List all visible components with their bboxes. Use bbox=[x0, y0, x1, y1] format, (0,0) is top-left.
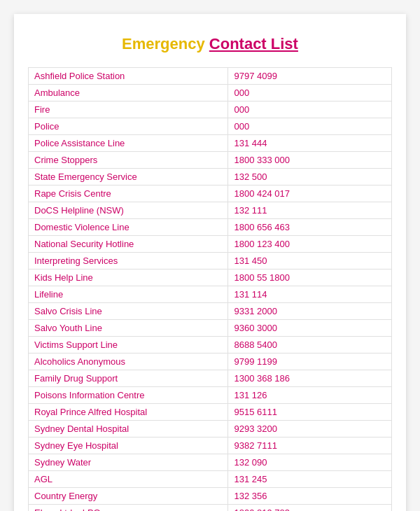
contact-name: Victims Support Line bbox=[29, 337, 228, 354]
contact-name: Rape Crisis Centre bbox=[29, 186, 228, 202]
table-row: Interpreting Services131 450 bbox=[29, 253, 392, 270]
contact-number: 9382 7111 bbox=[228, 438, 392, 454]
contact-number: 1800 656 463 bbox=[228, 219, 392, 236]
table-row: Police Assistance Line131 444 bbox=[29, 135, 392, 152]
contact-number: 000 bbox=[228, 102, 392, 118]
contact-name: Fire bbox=[29, 102, 228, 118]
table-row: National Security Hotline1800 123 400 bbox=[29, 236, 392, 253]
contact-number: 1300 368 186 bbox=[228, 370, 392, 387]
table-row: Salvo Youth Line9360 3000 bbox=[29, 320, 392, 337]
contact-number: 9331 2000 bbox=[228, 303, 392, 320]
table-row: Alcoholics Anonymous9799 1199 bbox=[29, 354, 392, 370]
contact-name: Alcoholics Anonymous bbox=[29, 354, 228, 370]
contact-number: 131 450 bbox=[228, 253, 392, 270]
table-row: Crime Stoppers1800 333 000 bbox=[29, 152, 392, 169]
table-row: Country Energy132 356 bbox=[29, 488, 392, 505]
contact-number: 000 bbox=[228, 118, 392, 135]
contact-name: Country Energy bbox=[29, 488, 228, 505]
table-row: State Emergency Service132 500 bbox=[29, 169, 392, 186]
contact-name: Police bbox=[29, 118, 228, 135]
table-row: Salvo Crisis Line9331 2000 bbox=[29, 303, 392, 320]
contact-number: 131 444 bbox=[228, 135, 392, 152]
table-row: Domestic Violence Line1800 656 463 bbox=[29, 219, 392, 236]
contact-name: Royal Prince Alfred Hospital bbox=[29, 404, 228, 421]
contact-name: Ashfield Police Station bbox=[29, 68, 228, 85]
contact-name: Poisons Information Centre bbox=[29, 387, 228, 404]
contact-number: 9799 1199 bbox=[228, 354, 392, 370]
table-row: Sydney Water132 090 bbox=[29, 454, 392, 471]
contact-number: 9293 3200 bbox=[228, 421, 392, 438]
contact-number: 131 114 bbox=[228, 286, 392, 303]
table-row: AGL131 245 bbox=[29, 471, 392, 488]
table-row: Elgas Ltd – LPG emergency1800 819 783 bbox=[29, 505, 392, 512]
contact-number: 9360 3000 bbox=[228, 320, 392, 337]
page-container: Emergency Contact List Ashfield Police S… bbox=[14, 14, 406, 511]
contact-name: National Security Hotline bbox=[29, 236, 228, 253]
contact-name: Salvo Crisis Line bbox=[29, 303, 228, 320]
contact-number: 9515 6111 bbox=[228, 404, 392, 421]
table-row: Rape Crisis Centre1800 424 017 bbox=[29, 186, 392, 202]
contact-name: Sydney Eye Hospital bbox=[29, 438, 228, 454]
contact-number: 1800 123 400 bbox=[228, 236, 392, 253]
contact-name: Family Drug Support bbox=[29, 370, 228, 387]
contact-name: Sydney Water bbox=[29, 454, 228, 471]
table-row: Poisons Information Centre131 126 bbox=[29, 387, 392, 404]
contact-name: Ambulance bbox=[29, 85, 228, 102]
contact-name: Domestic Violence Line bbox=[29, 219, 228, 236]
contact-number: 000 bbox=[228, 85, 392, 102]
contact-name: Lifeline bbox=[29, 286, 228, 303]
contact-number: 1800 55 1800 bbox=[228, 270, 392, 286]
contact-name: DoCS Helpline (NSW) bbox=[29, 202, 228, 219]
contact-number: 132 090 bbox=[228, 454, 392, 471]
contact-name: Police Assistance Line bbox=[29, 135, 228, 152]
table-row: Ashfield Police Station9797 4099 bbox=[29, 68, 392, 85]
contact-number: 8688 5400 bbox=[228, 337, 392, 354]
title-emergency: Emergency bbox=[122, 35, 205, 52]
table-row: Sydney Eye Hospital9382 7111 bbox=[29, 438, 392, 454]
contact-number: 131 126 bbox=[228, 387, 392, 404]
contact-number: 1800 819 783 bbox=[228, 505, 392, 512]
table-row: Family Drug Support1300 368 186 bbox=[29, 370, 392, 387]
table-row: Ambulance000 bbox=[29, 85, 392, 102]
contact-name: Salvo Youth Line bbox=[29, 320, 228, 337]
contact-name: Interpreting Services bbox=[29, 253, 228, 270]
contact-number: 132 356 bbox=[228, 488, 392, 505]
table-row: Royal Prince Alfred Hospital9515 6111 bbox=[29, 404, 392, 421]
contact-number: 9797 4099 bbox=[228, 68, 392, 85]
contact-name: State Emergency Service bbox=[29, 169, 228, 186]
table-row: Lifeline131 114 bbox=[29, 286, 392, 303]
title-contact-list: Contact List bbox=[209, 35, 298, 52]
contact-name: Crime Stoppers bbox=[29, 152, 228, 169]
contact-number: 132 111 bbox=[228, 202, 392, 219]
contact-number: 1800 424 017 bbox=[228, 186, 392, 202]
table-row: Fire000 bbox=[29, 102, 392, 118]
contact-name: Elgas Ltd – LPG emergency bbox=[29, 505, 228, 512]
table-row: Sydney Dental Hospital9293 3200 bbox=[29, 421, 392, 438]
contact-name: Kids Help Line bbox=[29, 270, 228, 286]
contact-name: Sydney Dental Hospital bbox=[29, 421, 228, 438]
table-row: DoCS Helpline (NSW)132 111 bbox=[29, 202, 392, 219]
table-row: Victims Support Line8688 5400 bbox=[29, 337, 392, 354]
contact-name: AGL bbox=[29, 471, 228, 488]
contact-number: 1800 333 000 bbox=[228, 152, 392, 169]
table-row: Police000 bbox=[29, 118, 392, 135]
table-row: Kids Help Line1800 55 1800 bbox=[29, 270, 392, 286]
contact-number: 131 245 bbox=[228, 471, 392, 488]
contact-table: Ashfield Police Station9797 4099Ambulanc… bbox=[28, 67, 392, 511]
page-title: Emergency Contact List bbox=[28, 35, 392, 53]
contact-number: 132 500 bbox=[228, 169, 392, 186]
